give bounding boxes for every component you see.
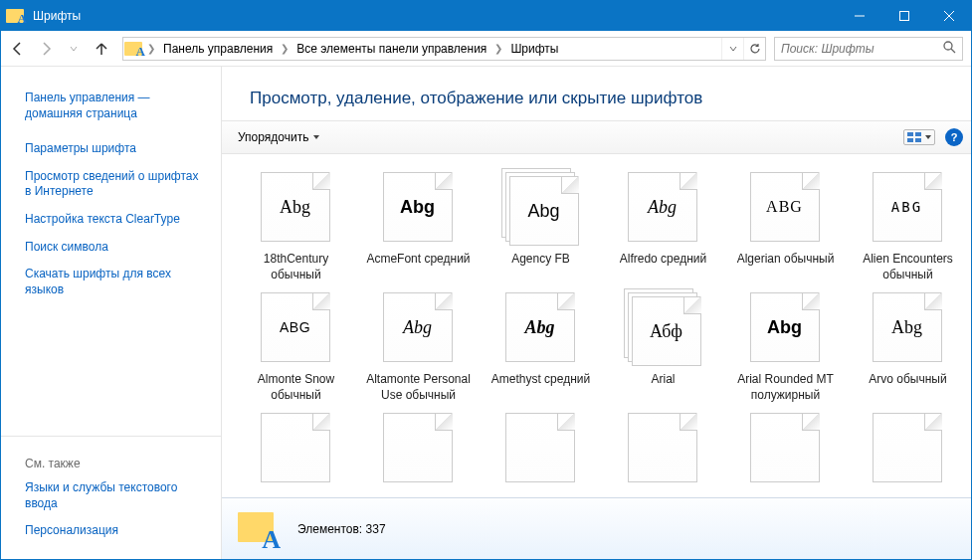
sidebar: Панель управления — домашняя страница Па… bbox=[1, 67, 221, 559]
font-label: Altamonte Personal Use обычный bbox=[366, 372, 471, 403]
font-sample: Abg bbox=[400, 197, 435, 218]
svg-rect-6 bbox=[907, 132, 913, 136]
font-item[interactable]: AbgAgency FB bbox=[485, 168, 597, 282]
font-sample: Abg bbox=[280, 197, 310, 218]
up-button[interactable] bbox=[89, 36, 114, 62]
maximize-button[interactable] bbox=[881, 1, 926, 31]
svg-rect-1 bbox=[899, 12, 908, 21]
font-item[interactable] bbox=[485, 409, 597, 492]
font-thumbnail: Abg bbox=[750, 292, 820, 362]
sidebar-link-languages[interactable]: Языки и службы текстового ввода bbox=[25, 474, 221, 517]
help-button[interactable]: ? bbox=[945, 128, 963, 146]
titlebar: A Шрифты bbox=[1, 1, 971, 31]
font-item[interactable]: AbgAmethyst средний bbox=[485, 288, 597, 403]
minimize-button[interactable] bbox=[837, 1, 881, 31]
search-icon[interactable] bbox=[942, 40, 956, 58]
font-thumbnail bbox=[505, 413, 575, 482]
sidebar-link-download-all[interactable]: Скачать шрифты для всех языков bbox=[25, 261, 221, 303]
font-item[interactable] bbox=[729, 409, 842, 492]
chevron-right-icon[interactable]: ❯ bbox=[145, 43, 157, 54]
font-sample: Abg bbox=[648, 197, 677, 218]
breadcrumb[interactable]: Панель управления bbox=[157, 42, 279, 56]
font-label: Arvo обычный bbox=[856, 372, 960, 388]
font-label: Almonte Snow обычный bbox=[244, 372, 348, 403]
sidebar-link-personalization[interactable]: Персонализация bbox=[25, 517, 221, 545]
font-item[interactable]: ABGAlmonte Snow обычный bbox=[240, 288, 352, 403]
chevron-down-icon bbox=[312, 133, 320, 141]
address-dropdown[interactable] bbox=[721, 38, 743, 60]
sidebar-link-online-info[interactable]: Просмотр сведений о шрифтах в Интернете bbox=[25, 163, 221, 206]
back-button[interactable] bbox=[5, 36, 31, 62]
font-label: Amethyst средний bbox=[488, 372, 593, 388]
font-label: Alien Encounters обычный bbox=[856, 252, 960, 282]
font-item[interactable] bbox=[362, 409, 475, 492]
font-thumbnail: Abg bbox=[628, 172, 697, 242]
font-label: 18thCentury обычный bbox=[244, 252, 348, 282]
font-item[interactable]: ABGAlien Encounters обычный bbox=[852, 168, 964, 282]
search-box[interactable] bbox=[774, 37, 963, 61]
font-sample: Abg bbox=[527, 201, 559, 222]
svg-line-5 bbox=[951, 49, 955, 53]
window-title: Шрифты bbox=[31, 9, 837, 23]
font-thumbnail: Abg bbox=[505, 292, 575, 362]
font-item[interactable]: AbgAltamonte Personal Use обычный bbox=[362, 288, 475, 403]
svg-point-4 bbox=[944, 42, 952, 50]
status-count: Элементов: 337 bbox=[297, 522, 386, 536]
chevron-right-icon[interactable]: ❯ bbox=[279, 43, 291, 54]
font-thumbnail: Abg bbox=[383, 292, 453, 362]
search-input[interactable] bbox=[781, 42, 942, 56]
statusbar: A Элементов: 337 bbox=[222, 497, 971, 559]
sidebar-link-home[interactable]: Панель управления — домашняя страница bbox=[25, 85, 221, 127]
font-thumbnail: ABG bbox=[873, 172, 942, 242]
font-thumbnail: Abg bbox=[383, 172, 453, 242]
forward-button[interactable] bbox=[33, 36, 59, 62]
font-label: Agency FB bbox=[488, 252, 593, 268]
font-thumbnail bbox=[261, 413, 330, 482]
recent-dropdown[interactable] bbox=[61, 36, 87, 62]
font-thumbnail: Абф bbox=[632, 296, 701, 366]
sidebar-link-cleartype[interactable]: Настройка текста ClearType bbox=[25, 206, 221, 234]
refresh-button[interactable] bbox=[743, 38, 765, 60]
address-icon: A bbox=[123, 38, 145, 60]
chevron-down-icon bbox=[924, 133, 932, 141]
chevron-right-icon[interactable]: ❯ bbox=[492, 43, 504, 54]
svg-rect-9 bbox=[915, 138, 921, 142]
address-bar[interactable]: A ❯ Панель управления ❯ Все элементы пан… bbox=[122, 37, 766, 61]
view-mode-button[interactable] bbox=[903, 129, 935, 145]
main-panel: Просмотр, удаление, отображение или скры… bbox=[221, 67, 971, 559]
font-item[interactable] bbox=[852, 409, 964, 492]
font-label: Arial Rounded MT полужирный bbox=[733, 372, 838, 403]
sidebar-link-font-settings[interactable]: Параметры шрифта bbox=[25, 135, 221, 163]
font-thumbnail bbox=[628, 413, 697, 482]
close-button[interactable] bbox=[926, 1, 971, 31]
font-sample: ABG bbox=[891, 199, 922, 215]
font-thumbnail: Abg bbox=[261, 172, 330, 242]
font-item[interactable]: ABGAlgerian обычный bbox=[729, 168, 842, 282]
navbar: A ❯ Панель управления ❯ Все элементы пан… bbox=[1, 31, 971, 67]
font-item[interactable]: АбфArial bbox=[607, 288, 719, 403]
font-item[interactable] bbox=[240, 409, 352, 492]
breadcrumb[interactable]: Все элементы панели управления bbox=[291, 42, 492, 56]
font-thumbnail: Abg bbox=[873, 292, 942, 362]
font-sample: Abg bbox=[403, 317, 432, 338]
font-label: AcmeFont средний bbox=[366, 252, 471, 268]
font-thumbnail: ABG bbox=[261, 292, 330, 362]
font-item[interactable] bbox=[607, 409, 719, 492]
font-item[interactable]: AbgAcmeFont средний bbox=[362, 168, 475, 282]
font-label: Arial bbox=[611, 372, 715, 388]
breadcrumb[interactable]: Шрифты bbox=[504, 42, 564, 56]
toolbar: Упорядочить ? bbox=[222, 120, 971, 154]
font-item[interactable]: AbgAlfredo средний bbox=[607, 168, 719, 282]
font-thumbnail bbox=[383, 413, 453, 482]
font-item[interactable]: Abg18thCentury обычный bbox=[240, 168, 352, 282]
font-item[interactable]: AbgArial Rounded MT полужирный bbox=[729, 288, 842, 403]
font-sample: Abg bbox=[524, 317, 554, 338]
font-thumbnail: ABG bbox=[750, 172, 820, 242]
svg-rect-7 bbox=[915, 132, 921, 136]
organize-button[interactable]: Упорядочить bbox=[230, 126, 328, 148]
font-item[interactable]: AbgArvo обычный bbox=[852, 288, 964, 403]
see-also-label: См. также bbox=[25, 451, 221, 474]
font-sample: Абф bbox=[650, 321, 682, 342]
font-label: Algerian обычный bbox=[733, 252, 838, 268]
sidebar-link-charmap[interactable]: Поиск символа bbox=[25, 234, 221, 262]
